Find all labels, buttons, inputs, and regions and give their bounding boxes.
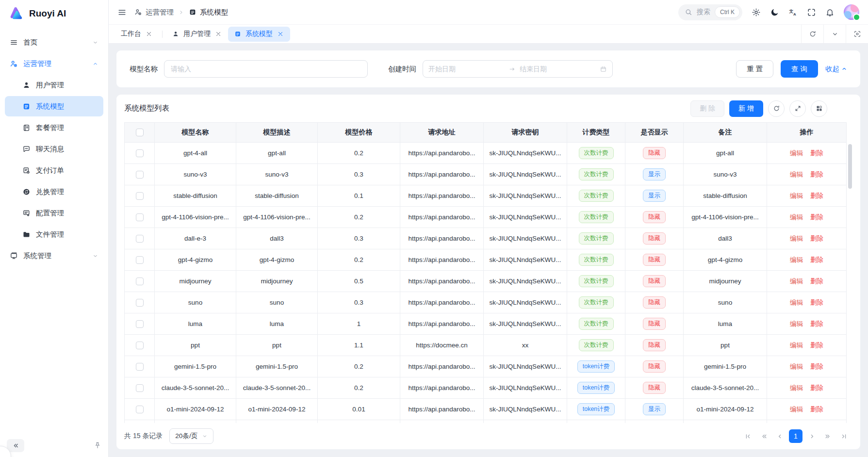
- edit-link[interactable]: 编辑: [790, 192, 803, 200]
- vertical-scrollbar-thumb[interactable]: [848, 144, 852, 189]
- tab-工作台[interactable]: 工作台: [115, 27, 159, 42]
- edit-link[interactable]: 编辑: [790, 213, 803, 222]
- row-checkbox[interactable]: [136, 235, 144, 243]
- breadcrumb-item[interactable]: 运营管理: [134, 8, 174, 17]
- pin-icon[interactable]: [94, 441, 101, 449]
- delete-link[interactable]: 删除: [810, 213, 823, 222]
- sidebar-item-payorder[interactable]: 支付订单: [5, 160, 103, 180]
- row-checkbox[interactable]: [136, 277, 144, 285]
- dark-mode-moon-icon[interactable]: [770, 8, 779, 17]
- row-checkbox[interactable]: [136, 129, 144, 136]
- edit-link[interactable]: 编辑: [790, 256, 803, 264]
- sidebar-item-redeem[interactable]: 兑换管理: [5, 181, 103, 202]
- edit-link[interactable]: 编辑: [790, 362, 803, 371]
- sidebar-item-ops[interactable]: 运营管理: [5, 53, 103, 74]
- tab-系统模型[interactable]: 系统模型: [228, 27, 290, 42]
- billing-type-cell: 次数计费: [567, 271, 625, 292]
- last-page-button[interactable]: [837, 429, 851, 443]
- delete-link[interactable]: 删除: [810, 170, 823, 179]
- tab-close-icon[interactable]: [146, 31, 152, 37]
- edit-link[interactable]: 编辑: [790, 170, 803, 179]
- user-icon: [172, 31, 179, 37]
- edit-link[interactable]: 编辑: [790, 234, 803, 243]
- global-search[interactable]: 搜索 Ctrl K: [678, 4, 742, 20]
- delete-link[interactable]: 删除: [810, 298, 823, 307]
- sidebar-item-model[interactable]: 系统模型: [5, 96, 103, 116]
- edit-link[interactable]: 编辑: [790, 277, 803, 286]
- end-date-input[interactable]: [520, 65, 596, 73]
- delete-link[interactable]: 删除: [810, 384, 823, 392]
- start-date-input[interactable]: [428, 65, 505, 73]
- row-checkbox[interactable]: [136, 299, 144, 307]
- delete-link[interactable]: 删除: [810, 405, 823, 414]
- delete-link[interactable]: 删除: [810, 192, 823, 200]
- add-button[interactable]: 新 增: [729, 100, 763, 117]
- column-settings-grid-icon[interactable]: [811, 100, 827, 117]
- delete-button[interactable]: 删 除: [690, 100, 724, 117]
- breadcrumb-item[interactable]: 系统模型: [189, 8, 228, 17]
- sidebar-item-config[interactable]: 配置管理: [5, 203, 103, 223]
- row-checkbox[interactable]: [136, 363, 144, 371]
- delete-link[interactable]: 删除: [810, 256, 823, 264]
- table-fullscreen-icon[interactable]: [789, 100, 806, 117]
- tab-close-icon[interactable]: [277, 31, 284, 37]
- delete-link[interactable]: 删除: [810, 320, 823, 328]
- next-page-button[interactable]: [805, 429, 819, 443]
- edit-link[interactable]: 编辑: [790, 298, 803, 307]
- edit-link[interactable]: 编辑: [790, 384, 803, 392]
- settings-gear-icon[interactable]: [752, 8, 761, 17]
- user-avatar[interactable]: [844, 4, 859, 20]
- content-maximize-icon[interactable]: [846, 25, 868, 43]
- sidebar-item-files[interactable]: 文件管理: [5, 224, 103, 245]
- collapse-filter-link[interactable]: 收起: [825, 65, 847, 74]
- sidebar-item-users[interactable]: 用户管理: [5, 75, 103, 95]
- query-button[interactable]: 查 询: [781, 60, 818, 78]
- notifications-bell-icon[interactable]: [825, 8, 835, 17]
- current-page-button[interactable]: 1: [789, 429, 802, 443]
- tab-用户管理[interactable]: 用户管理: [166, 27, 228, 42]
- hamburger-menu-icon[interactable]: [117, 8, 127, 17]
- edit-link[interactable]: 编辑: [790, 320, 803, 328]
- edit-link[interactable]: 编辑: [790, 405, 803, 414]
- edit-link[interactable]: 编辑: [790, 149, 803, 158]
- checkbox-cell: [125, 207, 155, 228]
- delete-link[interactable]: 删除: [810, 341, 823, 350]
- row-checkbox[interactable]: [136, 320, 144, 328]
- sidebar-item-chat[interactable]: 聊天消息: [5, 139, 103, 159]
- row-checkbox[interactable]: [136, 384, 144, 392]
- row-checkbox[interactable]: [136, 406, 144, 413]
- delete-link[interactable]: 删除: [810, 149, 823, 158]
- refresh-page-icon[interactable]: [801, 25, 823, 43]
- jump-forward-button[interactable]: [821, 429, 835, 443]
- model-name-cell: gpt-4-1106-vision-pre...: [155, 207, 236, 228]
- book-icon: [22, 124, 31, 132]
- sidebar-item-home[interactable]: 首页: [5, 32, 103, 52]
- reset-button[interactable]: 重 置: [736, 60, 773, 78]
- sidebar-item-package[interactable]: 套餐管理: [5, 117, 103, 138]
- row-checkbox[interactable]: [136, 342, 144, 349]
- row-checkbox[interactable]: [136, 213, 144, 221]
- translate-icon[interactable]: 文A: [788, 8, 798, 17]
- row-checkbox[interactable]: [136, 192, 144, 200]
- delete-link[interactable]: 删除: [810, 234, 823, 243]
- sidebar-item-system[interactable]: 系统管理: [5, 245, 103, 266]
- row-checkbox[interactable]: [136, 149, 144, 157]
- date-range-picker[interactable]: [423, 60, 613, 78]
- model-name-input[interactable]: [164, 60, 368, 78]
- page-size-select[interactable]: 20条/页: [169, 428, 213, 444]
- tab-close-icon[interactable]: [215, 31, 222, 37]
- tabs-chevron-down-icon[interactable]: [823, 25, 846, 43]
- delete-link[interactable]: 删除: [810, 277, 823, 286]
- sidebar-collapse-button[interactable]: [7, 439, 24, 452]
- edit-link[interactable]: 编辑: [790, 341, 803, 350]
- first-page-button[interactable]: [741, 429, 754, 443]
- row-checkbox[interactable]: [136, 256, 144, 264]
- table-refresh-icon[interactable]: [768, 100, 785, 117]
- jump-back-button[interactable]: [757, 429, 770, 443]
- breadcrumb-separator-icon: [178, 9, 184, 16]
- prev-page-button[interactable]: [773, 429, 786, 443]
- delete-link[interactable]: 删除: [810, 362, 823, 371]
- fullscreen-icon[interactable]: [807, 8, 816, 17]
- billing-type-badge: 次数计费: [579, 147, 614, 159]
- row-checkbox[interactable]: [136, 171, 144, 179]
